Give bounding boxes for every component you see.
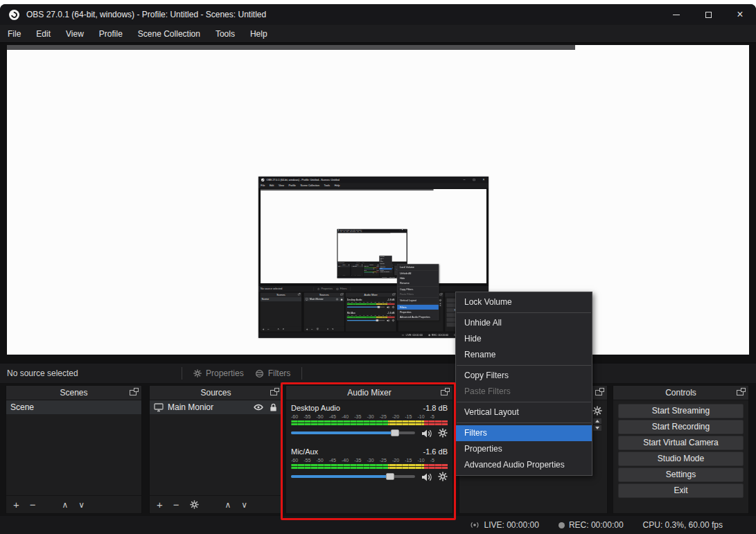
start-recording-button[interactable]: Start Recording: [618, 420, 744, 434]
spinner-up-button[interactable]: [592, 418, 602, 425]
visibility-eye-icon[interactable]: [254, 403, 263, 411]
toolbar-separator: [301, 367, 302, 380]
source-list-item[interactable]: Main Monior: [150, 400, 282, 414]
menu-item-hide[interactable]: Hide: [456, 331, 592, 347]
audio-mixer-header[interactable]: Audio Mixer: [286, 386, 452, 400]
meter-bar-left: [291, 420, 448, 422]
title-bar[interactable]: OBS 27.0.1 (64-bit, windows) - Profile: …: [0, 4, 756, 25]
mute-toggle-button[interactable]: [421, 429, 432, 438]
slider-handle[interactable]: [391, 429, 399, 436]
scenes-toolbar: + − ∧ ∨: [6, 495, 141, 513]
menu-scene-collection[interactable]: Scene Collection: [130, 25, 208, 42]
menu-item-advanced-audio-properties[interactable]: Advanced Audio Properties: [456, 457, 592, 473]
menu-help[interactable]: Help: [243, 25, 275, 42]
volume-meter: [291, 420, 448, 425]
tick-label: -25: [380, 458, 387, 463]
menu-file[interactable]: File: [0, 25, 28, 42]
tick-label: -30: [367, 458, 374, 463]
controls-header[interactable]: Controls: [613, 386, 748, 400]
remove-scene-button[interactable]: −: [30, 499, 36, 510]
source-down-button[interactable]: ∨: [241, 501, 247, 509]
scene-up-button[interactable]: ∧: [62, 501, 69, 509]
live-time: LIVE: 00:00:00: [484, 520, 538, 530]
source-up-button[interactable]: ∧: [225, 501, 231, 509]
menu-item-lock-volume[interactable]: Lock Volume: [456, 294, 592, 310]
scene-down-button[interactable]: ∨: [78, 501, 85, 509]
start-streaming-button[interactable]: Start Streaming: [618, 404, 744, 418]
transition-settings-button[interactable]: [592, 406, 602, 418]
panel-popout-icon[interactable]: [441, 390, 448, 395]
scene-list-item[interactable]: Scene: [6, 400, 141, 414]
tick-label: -15: [405, 414, 412, 420]
tick-label: -45: [329, 458, 336, 463]
rec-time: REC: 00:00:00: [569, 520, 624, 530]
properties-button[interactable]: Properties: [193, 368, 244, 378]
tick-label: -50: [317, 458, 324, 463]
menu-item-vertical-layout[interactable]: Vertical Layout: [456, 404, 592, 420]
menu-item-filters[interactable]: Filters: [456, 425, 592, 441]
mixer-channel-mic-aux: Mic/Aux -1.6 dB -60-55-50-45-40-35-30-25…: [286, 447, 452, 482]
minimize-button[interactable]: [660, 4, 692, 25]
preview-capture-level-2: OBS 27.0.1 (64-bit, windows) - Profile: …: [337, 229, 407, 278]
menu-separator: [457, 365, 591, 366]
maximize-button[interactable]: [692, 4, 724, 25]
channel-volume-db: -1.6 dB: [423, 447, 448, 456]
remove-source-button[interactable]: −: [173, 499, 179, 510]
menu-separator: [457, 422, 591, 423]
menu-tools[interactable]: Tools: [208, 25, 243, 42]
volume-slider[interactable]: [291, 472, 415, 481]
tick-label: -60: [291, 414, 298, 420]
tick-label: -50: [317, 414, 324, 420]
close-icon: ×: [737, 9, 743, 20]
scenes-header[interactable]: Scenes: [6, 386, 141, 400]
settings-button[interactable]: Settings: [618, 468, 744, 482]
panel-popout-icon[interactable]: [130, 390, 137, 395]
channel-options-button[interactable]: [438, 472, 448, 481]
panel-popout-icon[interactable]: [737, 390, 744, 395]
tick-label: -35: [354, 458, 361, 463]
exit-button[interactable]: Exit: [618, 483, 744, 498]
slider-handle[interactable]: [386, 473, 394, 480]
menu-item-properties[interactable]: Properties: [456, 441, 592, 457]
properties-label: Properties: [206, 368, 244, 378]
tick-label: -5: [430, 414, 434, 420]
menu-item-rename[interactable]: Rename: [456, 347, 592, 363]
tick-label: -45: [329, 414, 336, 420]
spinner-down-button[interactable]: [592, 425, 602, 431]
chevron-down-icon: [595, 427, 599, 429]
studio-mode-button[interactable]: Studio Mode: [618, 452, 744, 466]
meter-bar-right: [291, 423, 448, 425]
add-source-button[interactable]: +: [157, 499, 163, 510]
no-source-label: No source selected: [7, 368, 78, 378]
panel-popout-icon[interactable]: [270, 390, 277, 395]
add-scene-button[interactable]: +: [13, 499, 19, 510]
panel-popout-icon[interactable]: [595, 390, 602, 395]
dock-row: Scenes Scene + − ∧ ∨ Sources: [0, 385, 756, 514]
menu-item-unhide-all[interactable]: Unhide All: [456, 315, 592, 331]
minimize-icon: [673, 15, 680, 15]
slider-fill: [291, 475, 390, 478]
menu-profile[interactable]: Profile: [91, 25, 130, 42]
volume-slider[interactable]: [291, 429, 415, 437]
menu-edit[interactable]: Edit: [28, 25, 58, 42]
menu-view[interactable]: View: [58, 25, 91, 42]
start-virtual-camera-button[interactable]: Start Virtual Camera: [618, 436, 744, 450]
volume-meter: [291, 464, 448, 469]
chevron-up-icon: [595, 420, 599, 422]
filters-button[interactable]: Filters: [255, 368, 291, 378]
slider-track: [291, 475, 415, 478]
speaker-icon: [421, 472, 432, 481]
preview-area[interactable]: OBS 27.0.1 (64-bit, windows) - Profile: …: [0, 43, 756, 364]
menu-item-copy-filters[interactable]: Copy Filters: [456, 368, 592, 384]
lock-icon[interactable]: [269, 403, 278, 412]
mute-toggle-button[interactable]: [421, 472, 432, 481]
menu-separator: [457, 312, 591, 313]
close-button[interactable]: ×: [724, 4, 756, 25]
preview-capture-level-1: OBS 27.0.1 (64-bit, windows) - Profile: …: [258, 177, 489, 338]
source-properties-gear-icon[interactable]: [190, 500, 199, 509]
channel-options-button[interactable]: [438, 428, 448, 438]
scenes-list: Scene: [6, 400, 141, 495]
tick-label: -20: [392, 414, 399, 420]
sources-header[interactable]: Sources: [150, 386, 282, 400]
meter-bar-right: [291, 467, 448, 469]
